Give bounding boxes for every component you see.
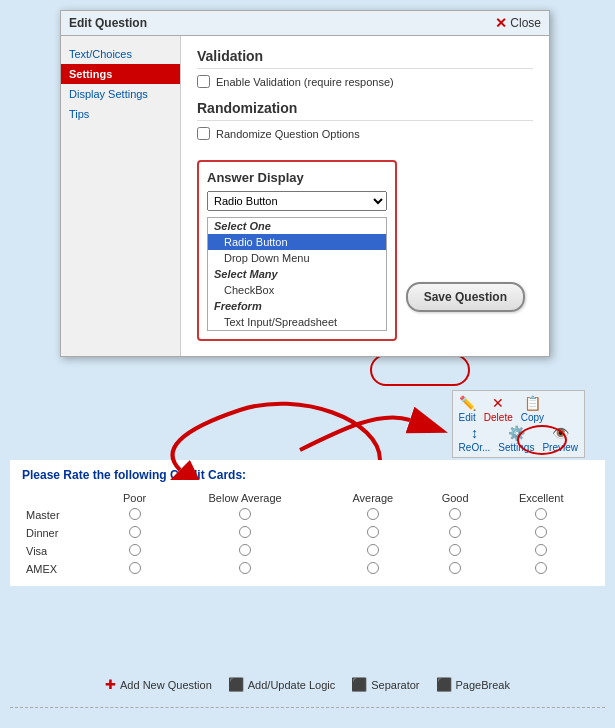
add-update-logic-btn[interactable]: ⬛ Add/Update Logic <box>228 677 335 692</box>
radio-visa-good[interactable] <box>449 544 461 556</box>
radio-amex-excellent[interactable] <box>535 562 547 574</box>
page-break-icon: ⬛ <box>436 677 452 692</box>
close-label: Close <box>510 16 541 30</box>
validation-checkbox[interactable] <box>197 75 210 88</box>
radio-amex-poor[interactable] <box>129 562 141 574</box>
save-question-button[interactable]: Save Question <box>406 282 525 312</box>
radio-master-excellent[interactable] <box>535 508 547 520</box>
radio-amex-average[interactable] <box>367 562 379 574</box>
radio-dinner-excellent[interactable] <box>535 526 547 538</box>
radio-visa-excellent[interactable] <box>535 544 547 556</box>
table-header-row: Poor Below Average Average Good Excellen… <box>22 490 593 506</box>
radio-dinner-good[interactable] <box>449 526 461 538</box>
dashed-line <box>10 707 605 708</box>
table-row: Dinner <box>22 524 593 542</box>
group-label-select-many: Select Many <box>208 266 386 282</box>
page-break-label: PageBreak <box>456 679 510 691</box>
randomization-row: Randomize Question Options <box>197 127 533 140</box>
settings-circle-annotation <box>517 425 567 455</box>
delete-icon: ✕ <box>492 395 504 411</box>
modal-sidebar: Text/Choices Settings Display Settings T… <box>61 36 181 356</box>
randomization-checkbox[interactable] <box>197 127 210 140</box>
group-label-freeform: Freeform <box>208 298 386 314</box>
validation-label: Enable Validation (require response) <box>216 76 394 88</box>
save-button-container: Save Question <box>406 282 533 312</box>
randomization-label: Randomize Question Options <box>216 128 360 140</box>
reorder-label: ReOr... <box>459 442 491 453</box>
radio-master-poor[interactable] <box>129 508 141 520</box>
header-good: Good <box>421 490 490 506</box>
radio-master-good[interactable] <box>449 508 461 520</box>
copy-icon: 📋 <box>524 395 541 411</box>
randomization-title: Randomization <box>197 100 533 121</box>
sidebar-item-settings[interactable]: Settings <box>61 64 180 84</box>
answer-display-select[interactable]: Radio Button Drop Down Menu CheckBox Tex… <box>207 191 387 211</box>
radio-amex-good[interactable] <box>449 562 461 574</box>
add-new-icon: ✚ <box>105 677 116 692</box>
radio-master-below[interactable] <box>239 508 251 520</box>
copy-toolbar-btn[interactable]: 📋 Copy <box>521 395 544 423</box>
validation-row: Enable Validation (require response) <box>197 75 533 88</box>
answer-display-title: Answer Display <box>207 170 387 185</box>
reorder-toolbar-btn[interactable]: ↕️ ReOr... <box>459 425 491 453</box>
table-row: AMEX <box>22 560 593 578</box>
radio-dinner-poor[interactable] <box>129 526 141 538</box>
row-label-dinner: Dinner <box>22 524 104 542</box>
arrow-annotation <box>100 370 450 480</box>
radio-dinner-below[interactable] <box>239 526 251 538</box>
separator-label: Separator <box>371 679 419 691</box>
toolbar-area: ✏️ Edit ✕ Delete 📋 Copy ↕️ ReOr... ⚙️ Se… <box>452 390 585 458</box>
bottom-toolbar: ✚ Add New Question ⬛ Add/Update Logic ⬛ … <box>0 671 615 698</box>
row-label-amex: AMEX <box>22 560 104 578</box>
separator-icon: ⬛ <box>351 677 367 692</box>
answer-display-box: Answer Display Radio Button Drop Down Me… <box>197 160 397 341</box>
page-break-btn[interactable]: ⬛ PageBreak <box>436 677 510 692</box>
table-row: Visa <box>22 542 593 560</box>
save-circle-annotation <box>370 354 470 386</box>
modal-title-bar: Edit Question ✕ Close <box>61 11 549 36</box>
add-new-question-btn[interactable]: ✚ Add New Question <box>105 677 212 692</box>
separator-btn[interactable]: ⬛ Separator <box>351 677 419 692</box>
radio-amex-below[interactable] <box>239 562 251 574</box>
header-below-average: Below Average <box>165 490 325 506</box>
dropdown-list: Select One Radio Button Drop Down Menu S… <box>207 217 387 331</box>
row-label-visa: Visa <box>22 542 104 560</box>
edit-question-modal: Edit Question ✕ Close Text/Choices Setti… <box>60 10 550 357</box>
validation-title: Validation <box>197 48 533 69</box>
option-checkbox[interactable]: CheckBox <box>208 282 386 298</box>
delete-label: Delete <box>484 412 513 423</box>
close-x-icon: ✕ <box>495 15 507 31</box>
edit-icon: ✏️ <box>459 395 476 411</box>
delete-toolbar-btn[interactable]: ✕ Delete <box>484 395 513 423</box>
edit-toolbar-btn[interactable]: ✏️ Edit <box>459 395 476 423</box>
header-average: Average <box>325 490 421 506</box>
modal-body: Text/Choices Settings Display Settings T… <box>61 36 549 356</box>
header-item <box>22 490 104 506</box>
sidebar-item-display-settings[interactable]: Display Settings <box>61 84 180 104</box>
option-radio-button[interactable]: Radio Button <box>208 234 386 250</box>
radio-visa-below[interactable] <box>239 544 251 556</box>
option-text-input[interactable]: Text Input/Spreadsheet <box>208 314 386 330</box>
add-update-logic-label: Add/Update Logic <box>248 679 335 691</box>
close-button[interactable]: ✕ Close <box>495 15 541 31</box>
copy-label: Copy <box>521 412 544 423</box>
radio-visa-average[interactable] <box>367 544 379 556</box>
header-poor: Poor <box>104 490 165 506</box>
sidebar-item-text-choices[interactable]: Text/Choices <box>61 44 180 64</box>
header-excellent: Excellent <box>489 490 593 506</box>
modal-title: Edit Question <box>69 16 147 30</box>
logic-icon: ⬛ <box>228 677 244 692</box>
sidebar-item-tips[interactable]: Tips <box>61 104 180 124</box>
group-label-select-one: Select One <box>208 218 386 234</box>
rating-table: Poor Below Average Average Good Excellen… <box>22 490 593 578</box>
radio-master-average[interactable] <box>367 508 379 520</box>
radio-visa-poor[interactable] <box>129 544 141 556</box>
modal-content: Validation Enable Validation (require re… <box>181 36 549 356</box>
edit-label: Edit <box>459 412 476 423</box>
radio-dinner-average[interactable] <box>367 526 379 538</box>
table-row: Master <box>22 506 593 524</box>
toolbar-row-1: ✏️ Edit ✕ Delete 📋 Copy <box>459 395 578 423</box>
option-dropdown-menu[interactable]: Drop Down Menu <box>208 250 386 266</box>
dropdown-row: Radio Button Drop Down Menu CheckBox Tex… <box>207 191 387 211</box>
reorder-icon: ↕️ <box>471 425 478 441</box>
